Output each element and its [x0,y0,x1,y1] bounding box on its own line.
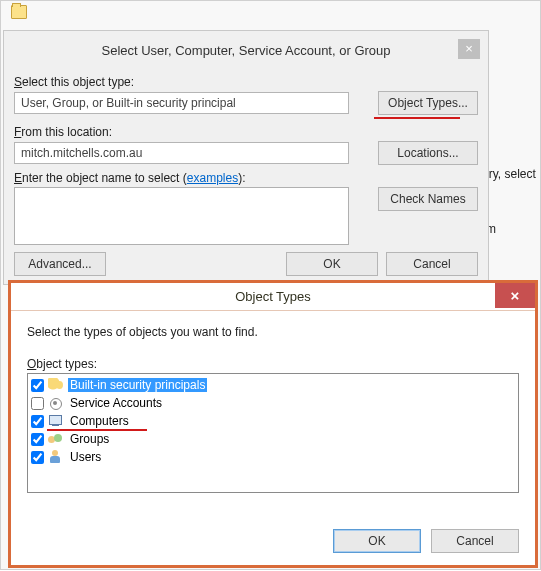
select-object-dialog: Select User, Computer, Service Account, … [3,30,489,285]
annotation-underline [374,117,460,119]
list-item-label: Users [68,450,103,464]
list-item-label: Built-in security principals [68,378,207,392]
user-icon [48,450,64,464]
list-item-checkbox[interactable] [31,379,44,392]
object-types-list[interactable]: Built-in security principalsService Acco… [27,373,519,493]
list-item[interactable]: Built-in security principals [31,376,515,394]
list-item[interactable]: Computers [31,412,515,430]
principal-icon [48,378,64,392]
list-item[interactable]: Groups [31,430,515,448]
list-item[interactable]: Users [31,448,515,466]
list-item[interactable]: Service Accounts [31,394,515,412]
ok-button[interactable]: OK [286,252,378,276]
list-label: Object types: [27,357,519,371]
cancel-button[interactable]: Cancel [386,252,478,276]
object-name-input[interactable] [14,187,349,245]
object-type-field [14,92,349,114]
dialog-title: Object Types [11,289,535,304]
ok-button[interactable]: OK [333,529,421,553]
examples-link[interactable]: examples [187,171,238,185]
list-item-checkbox[interactable] [31,451,44,464]
list-item-checkbox[interactable] [31,397,44,410]
object-types-button[interactable]: Object Types... [378,91,478,115]
object-types-dialog: Object Types × Select the types of objec… [8,280,538,568]
cancel-button[interactable]: Cancel [431,529,519,553]
list-item-label: Computers [68,414,131,428]
titlebar: Object Types × [11,283,535,311]
advanced-button[interactable]: Advanced... [14,252,106,276]
location-label: From this location: [14,125,478,139]
folder-icon [11,5,27,19]
service-icon [48,396,64,410]
list-item-label: Groups [68,432,111,446]
close-icon[interactable]: × [458,39,480,59]
enter-name-label: Enter the object name to select (example… [14,171,478,185]
list-item-checkbox[interactable] [31,415,44,428]
location-field [14,142,349,164]
close-icon[interactable]: × [495,283,535,308]
list-item-checkbox[interactable] [31,433,44,446]
check-names-button[interactable]: Check Names [378,187,478,211]
dialog-title: Select User, Computer, Service Account, … [4,43,488,58]
object-type-label: Select this object type: [14,75,478,89]
locations-button[interactable]: Locations... [378,141,478,165]
groups-icon [48,432,64,446]
dialog-message: Select the types of objects you want to … [27,325,519,339]
computer-icon [48,414,64,428]
list-item-label: Service Accounts [68,396,164,410]
